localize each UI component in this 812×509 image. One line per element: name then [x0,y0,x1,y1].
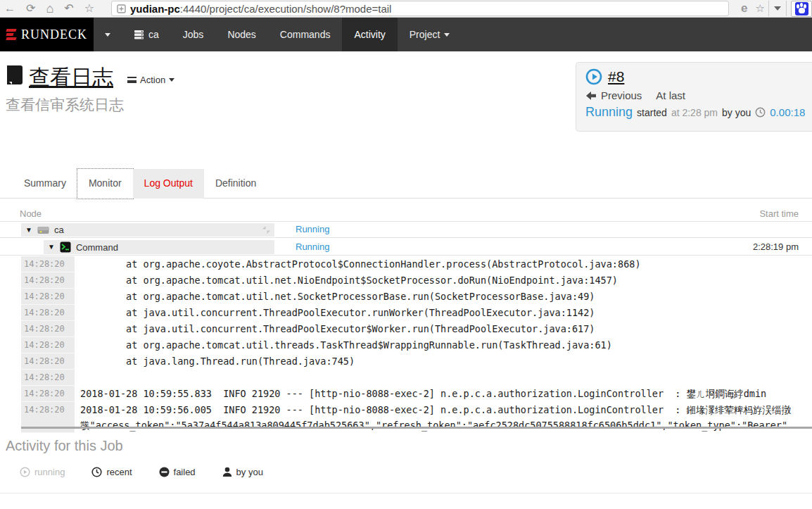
tab-definition[interactable]: Definition [204,169,267,199]
favorites-star-icon[interactable]: ☆ [84,3,94,14]
filter-label: failed [174,467,196,477]
previous-link[interactable]: Previous [601,89,642,101]
server-icon [134,30,144,39]
nav-item-activity[interactable]: Activity [342,18,397,51]
nav-item-label: Commands [280,29,331,40]
filter-running[interactable]: running [20,467,65,477]
nav-item-nodes[interactable]: Nodes [215,18,267,51]
tab-monitor[interactable]: Monitor [77,169,133,199]
filter-by-you[interactable]: by you [222,467,263,477]
nav-item-project-ca[interactable]: ca [122,18,171,51]
step-status-link[interactable]: Running [296,241,329,252]
started-by: by you [722,107,751,118]
filter-label: by you [236,467,263,477]
collapse-chevron-icon[interactable]: ▼ [25,227,32,234]
nav-item-project-menu[interactable]: Project [398,18,462,51]
started-label: started [637,107,667,118]
action-menu-button[interactable]: Action [127,75,175,85]
log-timestamp: 14:28:20 [21,386,75,402]
log-entry: 14:28:20 at java.util.concurrent.ThreadP… [21,305,812,321]
log-line-text: at org.apache.tomcat.util.net.NioEndpoin… [75,272,812,289]
action-label: Action [140,75,165,85]
log-entry: 14:28:20 at java.util.concurrent.ThreadP… [21,321,812,337]
site-shield-icon [117,4,126,13]
log-entry: 14:28:20 [21,370,812,386]
undo-icon[interactable]: ↶ [64,3,73,14]
log-scroll-handle[interactable] [21,427,812,429]
step-bar-command[interactable]: ▼ Command [44,240,274,254]
job-title-link[interactable]: 查看日志 [29,65,113,90]
nav-item-label: Activity [354,29,385,40]
tab-summary[interactable]: Summary [13,169,77,199]
hard-drive-icon [37,226,49,234]
address-dropdown-button[interactable] [768,1,787,16]
url-path: :4440/project/ca/execution/show/8?mode=t… [180,3,392,15]
node-status-link[interactable]: Running [296,224,329,234]
node-row-command: ▼ Command Running 2:28:19 pm [0,239,812,256]
log-output-area: 14:28:20 at org.apache.coyote.AbstractPr… [21,256,812,433]
collapse-chevron-icon[interactable]: ▼ [48,244,55,251]
execution-tabs: Summary Monitor Log Output Definition [13,169,267,199]
refresh-icon[interactable]: ⟳ [26,3,35,14]
chevron-down-icon [169,78,175,82]
log-timestamp: 14:28:20 [21,272,75,289]
execution-info-panel: #8 Previous At last Running started at 2… [576,62,812,132]
nav-item-commands[interactable]: Commands [268,18,343,51]
url-host: yudian-pc [130,3,180,15]
log-line-text: at java.util.concurrent.ThreadPoolExecut… [75,305,812,321]
execution-id-link[interactable]: #8 [608,68,624,85]
elapsed-time: 0.00:18 [770,106,805,118]
log-timestamp: 14:28:20 [21,337,75,353]
back-icon[interactable]: ← [4,3,15,14]
chevron-down-icon [774,6,781,11]
nav-item-jobs[interactable]: Jobs [171,18,216,51]
log-entry: 14:28:20 at org.apache.coyote.AbstractPr… [21,256,812,272]
activity-filters: running recent failed by you [20,467,263,477]
filter-label: recent [106,467,132,477]
log-line-text: 2018-01-28 10:59:55.833 INFO 21920 --- [… [75,386,812,402]
log-timestamp: 14:28:20 [21,256,75,272]
chevron-down-icon [444,33,450,37]
log-timestamp: 14:28:20 [21,289,75,305]
log-line-text: at org.apache.coyote.AbstractProtocol$Co… [75,256,812,272]
home-icon[interactable]: ⌂ [46,2,53,15]
minus-circle-icon [159,467,170,477]
nav-item-label: Project [410,29,440,40]
filter-recent[interactable]: recent [91,467,132,477]
log-entry: 14:28:20 at org.apache.tomcat.util.threa… [21,337,812,353]
user-icon [222,467,232,477]
chevron-down-icon [105,33,110,37]
activity-heading: Activity for this Job [6,438,123,454]
clock-icon [755,107,766,118]
execution-status-link[interactable]: Running [585,105,633,120]
terminal-icon [60,241,71,253]
tab-log-output[interactable]: Log Output [133,169,204,199]
step-start-time: 2:28:19 pm [753,241,799,252]
play-circle-icon [20,467,30,477]
browser-mode-icon[interactable]: e [737,1,751,15]
bookmark-star-icon[interactable]: ☆ [752,2,768,15]
url-text: yudian-pc:4440/project/ca/execution/show… [130,3,391,15]
log-timestamp: 14:28:20 [21,305,75,321]
node-row-ca: ▼ ca Running [0,222,812,238]
rundeck-logo-icon [6,27,16,42]
log-line-text: at java.util.concurrent.ThreadPoolExecut… [75,321,812,337]
log-entry: 14:28:20 at org.apache.tomcat.util.net.S… [21,289,812,305]
browser-chrome: ← ⟳ ⌂ ↶ ☆ yudian-pc:4440/project/ca/exec… [0,0,812,18]
baidu-extension-button[interactable] [791,1,812,17]
rundeck-brand[interactable]: RUNDECK [0,18,94,51]
log-timestamp: 14:28:20 [21,321,75,337]
book-icon [6,65,23,85]
step-name: Command [76,242,118,253]
address-bar[interactable]: yudian-pc:4440/project/ca/execution/show… [111,1,729,16]
log-line-text: at org.apache.tomcat.util.net.SocketProc… [75,289,812,305]
nav-item-label: ca [148,29,159,40]
log-line-text: at java.lang.Thread.run(Thread.java:745) [75,353,812,370]
log-timestamp: 14:28:20 [21,370,75,386]
at-last-link[interactable]: At last [656,89,685,101]
node-bar-ca[interactable]: ▼ ca [21,223,274,237]
brand-dropdown-toggle[interactable] [94,18,122,51]
filter-failed[interactable]: failed [159,467,196,477]
compress-icon[interactable] [262,226,270,234]
node-column-header: Node [20,208,42,219]
